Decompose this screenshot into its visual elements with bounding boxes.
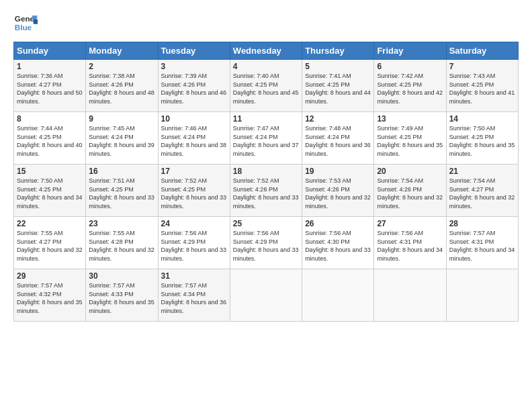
day-detail: Sunrise: 7:41 AMSunset: 4:25 PMDaylight:…: [305, 73, 371, 105]
day-detail: Sunrise: 7:57 AMSunset: 4:31 PMDaylight:…: [449, 230, 515, 262]
day-detail: Sunrise: 7:54 AMSunset: 4:27 PMDaylight:…: [449, 177, 515, 210]
calendar-cell: 11Sunrise: 7:47 AMSunset: 4:24 PMDayligh…: [230, 112, 302, 165]
calendar-cell: 16Sunrise: 7:51 AMSunset: 4:25 PMDayligh…: [86, 165, 158, 217]
calendar-cell: 21Sunrise: 7:54 AMSunset: 4:27 PMDayligh…: [446, 165, 518, 217]
day-number: 15: [17, 167, 83, 176]
calendar-week-1: 1Sunrise: 7:36 AMSunset: 4:27 PMDaylight…: [14, 60, 519, 112]
calendar-cell: 27Sunrise: 7:56 AMSunset: 4:31 PMDayligh…: [374, 217, 446, 269]
calendar-week-5: 29Sunrise: 7:57 AMSunset: 4:32 PMDayligh…: [14, 269, 519, 322]
day-detail: Sunrise: 7:52 AMSunset: 4:26 PMDaylight:…: [233, 177, 299, 210]
day-detail: Sunrise: 7:46 AMSunset: 4:24 PMDaylight:…: [161, 125, 227, 157]
calendar-cell: 28Sunrise: 7:57 AMSunset: 4:31 PMDayligh…: [446, 217, 518, 269]
calendar-cell: 23Sunrise: 7:55 AMSunset: 4:28 PMDayligh…: [86, 217, 158, 269]
day-number: 7: [449, 62, 515, 71]
header: General Blue: [13, 11, 519, 35]
calendar-header: SundayMondayTuesdayWednesdayThursdayFrid…: [14, 42, 519, 60]
svg-marker-3: [34, 19, 38, 24]
day-number: 3: [161, 62, 227, 71]
day-number: 5: [305, 62, 371, 71]
day-number: 27: [377, 219, 443, 228]
day-detail: Sunrise: 7:49 AMSunset: 4:25 PMDaylight:…: [377, 125, 443, 157]
calendar-cell: 26Sunrise: 7:56 AMSunset: 4:30 PMDayligh…: [302, 217, 374, 269]
day-detail: Sunrise: 7:56 AMSunset: 4:30 PMDaylight:…: [305, 230, 371, 262]
day-number: 18: [233, 167, 299, 176]
calendar-page: General Blue SundayMondayTuesdayWednesda…: [0, 0, 532, 411]
calendar-cell: 22Sunrise: 7:55 AMSunset: 4:27 PMDayligh…: [14, 217, 86, 269]
weekday-header-saturday: Saturday: [446, 42, 518, 60]
day-detail: Sunrise: 7:50 AMSunset: 4:25 PMDaylight:…: [449, 125, 515, 157]
calendar-cell: 10Sunrise: 7:46 AMSunset: 4:24 PMDayligh…: [158, 112, 230, 165]
calendar-cell: 31Sunrise: 7:57 AMSunset: 4:34 PMDayligh…: [158, 269, 230, 322]
day-number: 4: [233, 62, 299, 71]
calendar-cell: 8Sunrise: 7:44 AMSunset: 4:25 PMDaylight…: [14, 112, 86, 165]
day-number: 10: [161, 114, 227, 124]
calendar-cell: 7Sunrise: 7:43 AMSunset: 4:25 PMDaylight…: [446, 60, 518, 112]
day-number: 29: [17, 271, 83, 281]
day-number: 2: [89, 62, 154, 71]
calendar-cell: [230, 269, 302, 322]
calendar-cell: 18Sunrise: 7:52 AMSunset: 4:26 PMDayligh…: [230, 165, 302, 217]
day-detail: Sunrise: 7:56 AMSunset: 4:29 PMDaylight:…: [233, 230, 299, 262]
day-number: 24: [161, 219, 227, 228]
weekday-header-friday: Friday: [374, 42, 446, 60]
calendar-cell: 30Sunrise: 7:57 AMSunset: 4:33 PMDayligh…: [86, 269, 158, 322]
day-number: 16: [89, 167, 154, 176]
weekday-header-sunday: Sunday: [14, 42, 86, 60]
calendar-cell: 24Sunrise: 7:56 AMSunset: 4:29 PMDayligh…: [158, 217, 230, 269]
calendar-cell: 29Sunrise: 7:57 AMSunset: 4:32 PMDayligh…: [14, 269, 86, 322]
day-number: 14: [449, 114, 515, 124]
day-number: 9: [89, 114, 154, 124]
calendar-cell: 1Sunrise: 7:36 AMSunset: 4:27 PMDaylight…: [14, 60, 86, 112]
day-detail: Sunrise: 7:57 AMSunset: 4:32 PMDaylight:…: [17, 282, 83, 314]
calendar-cell: [302, 269, 374, 322]
calendar-cell: 25Sunrise: 7:56 AMSunset: 4:29 PMDayligh…: [230, 217, 302, 269]
calendar-week-3: 15Sunrise: 7:50 AMSunset: 4:25 PMDayligh…: [14, 165, 519, 217]
calendar-cell: [374, 269, 446, 322]
calendar-cell: 5Sunrise: 7:41 AMSunset: 4:25 PMDaylight…: [302, 60, 374, 112]
weekday-header-monday: Monday: [86, 42, 158, 60]
day-detail: Sunrise: 7:48 AMSunset: 4:24 PMDaylight:…: [305, 125, 371, 157]
calendar-cell: 6Sunrise: 7:42 AMSunset: 4:25 PMDaylight…: [374, 60, 446, 112]
day-number: 30: [89, 271, 154, 281]
day-detail: Sunrise: 7:39 AMSunset: 4:26 PMDaylight:…: [161, 73, 227, 105]
calendar-body: 1Sunrise: 7:36 AMSunset: 4:27 PMDaylight…: [14, 60, 519, 322]
day-detail: Sunrise: 7:56 AMSunset: 4:29 PMDaylight:…: [161, 230, 227, 262]
day-detail: Sunrise: 7:56 AMSunset: 4:31 PMDaylight:…: [377, 230, 443, 262]
day-number: 12: [305, 114, 371, 124]
day-detail: Sunrise: 7:55 AMSunset: 4:27 PMDaylight:…: [17, 230, 83, 262]
day-number: 22: [17, 219, 83, 228]
weekday-header-wednesday: Wednesday: [230, 42, 302, 60]
day-number: 20: [377, 167, 443, 176]
day-detail: Sunrise: 7:38 AMSunset: 4:26 PMDaylight:…: [89, 73, 154, 105]
calendar-cell: 12Sunrise: 7:48 AMSunset: 4:24 PMDayligh…: [302, 112, 374, 165]
day-number: 23: [89, 219, 154, 228]
calendar-cell: 17Sunrise: 7:52 AMSunset: 4:25 PMDayligh…: [158, 165, 230, 217]
calendar-cell: 19Sunrise: 7:53 AMSunset: 4:26 PMDayligh…: [302, 165, 374, 217]
weekday-header-tuesday: Tuesday: [158, 42, 230, 60]
day-detail: Sunrise: 7:54 AMSunset: 4:26 PMDaylight:…: [377, 177, 443, 210]
calendar-cell: 14Sunrise: 7:50 AMSunset: 4:25 PMDayligh…: [446, 112, 518, 165]
day-number: 11: [233, 114, 299, 124]
day-detail: Sunrise: 7:44 AMSunset: 4:25 PMDaylight:…: [17, 125, 83, 157]
calendar-cell: [446, 269, 518, 322]
calendar-week-4: 22Sunrise: 7:55 AMSunset: 4:27 PMDayligh…: [14, 217, 519, 269]
day-detail: Sunrise: 7:57 AMSunset: 4:34 PMDaylight:…: [161, 282, 227, 314]
day-number: 1: [17, 62, 83, 71]
day-detail: Sunrise: 7:52 AMSunset: 4:25 PMDaylight:…: [161, 177, 227, 210]
day-number: 26: [305, 219, 371, 228]
day-detail: Sunrise: 7:51 AMSunset: 4:25 PMDaylight:…: [89, 177, 154, 210]
calendar-cell: 4Sunrise: 7:40 AMSunset: 4:25 PMDaylight…: [230, 60, 302, 112]
day-number: 19: [305, 167, 371, 176]
weekday-header-thursday: Thursday: [302, 42, 374, 60]
day-detail: Sunrise: 7:40 AMSunset: 4:25 PMDaylight:…: [233, 73, 299, 105]
day-detail: Sunrise: 7:43 AMSunset: 4:25 PMDaylight:…: [449, 73, 515, 105]
calendar-cell: 20Sunrise: 7:54 AMSunset: 4:26 PMDayligh…: [374, 165, 446, 217]
day-detail: Sunrise: 7:55 AMSunset: 4:28 PMDaylight:…: [89, 230, 154, 262]
day-number: 8: [17, 114, 83, 124]
day-detail: Sunrise: 7:45 AMSunset: 4:24 PMDaylight:…: [89, 125, 154, 157]
logo-icon: General Blue: [13, 11, 38, 35]
calendar-cell: 3Sunrise: 7:39 AMSunset: 4:26 PMDaylight…: [158, 60, 230, 112]
day-number: 25: [233, 219, 299, 228]
calendar-cell: 2Sunrise: 7:38 AMSunset: 4:26 PMDaylight…: [86, 60, 158, 112]
day-detail: Sunrise: 7:47 AMSunset: 4:24 PMDaylight:…: [233, 125, 299, 157]
